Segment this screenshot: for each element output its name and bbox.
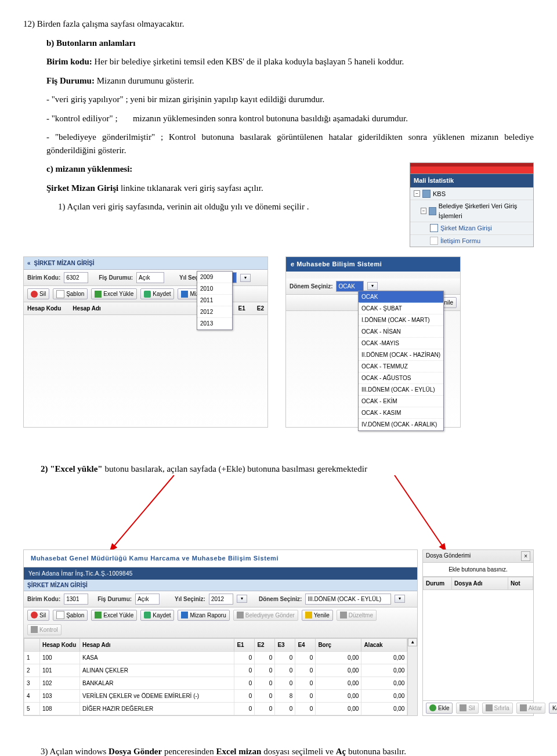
period-opt[interactable]: II.DÖNEM (OCAK - HAZİRAN) — [359, 349, 443, 361]
tree-toggle-icon[interactable]: − — [421, 208, 426, 214]
btn-kapat[interactable]: Kapat — [549, 703, 557, 714]
btn-sablon[interactable]: Şablon — [53, 288, 88, 299]
col-hesapadi: Hesap Adı — [73, 304, 101, 313]
btn-excel-label: Excel Yükle — [103, 290, 133, 298]
period-opt[interactable]: OCAK - TEMMUZ — [359, 361, 443, 372]
para-veri-giris: - "veri giriş yapılıyor" ; yeni bir miza… — [46, 93, 534, 106]
btn-yenile[interactable]: Yenile — [302, 610, 333, 621]
table-row[interactable]: 4103VERİLEN ÇEKLER ve ÖDEME EMİRLERİ (-)… — [24, 689, 407, 702]
table-row[interactable]: 5108DİĞER HAZIR DEĞERLER00000,000,00 — [24, 702, 407, 715]
table-cell: 0,00 — [361, 677, 407, 689]
nav-root-label: KBS — [433, 189, 446, 199]
save-icon — [144, 291, 151, 298]
period-opt[interactable]: OCAK — [359, 291, 443, 303]
table-cell: 0 — [255, 689, 275, 702]
year-opt[interactable]: 2013 — [197, 318, 232, 330]
panel1-scroll-icon[interactable]: « — [27, 259, 31, 267]
col-borc: Borç — [316, 638, 361, 651]
btn-duzeltme: Düzeltme — [337, 610, 377, 621]
col-e1: E1 — [234, 638, 255, 651]
table-row[interactable]: 1100KASA00000,000,00 — [24, 651, 407, 664]
nav-root[interactable]: − KBS — [410, 187, 533, 200]
wide-main: Muhasebat Genel Müdürlüğü Kamu Harcama v… — [23, 549, 418, 716]
btn-kaydet[interactable]: Kaydet — [140, 288, 174, 299]
btn-kapat-label: Kapat — [552, 704, 557, 712]
btn-excel[interactable]: Excel Yükle — [91, 288, 137, 299]
tree-toggle-icon[interactable]: − — [414, 190, 420, 197]
val-donem[interactable]: OCAK — [336, 281, 364, 292]
period-opt[interactable]: OCAK -MAYIS — [359, 338, 443, 349]
table-cell: 100 — [40, 651, 80, 664]
w-val-donem[interactable]: III.DÖNEM (OCAK - EYLÜL) — [305, 594, 391, 605]
table-cell: 102 — [40, 677, 80, 689]
period-opt[interactable]: III.DÖNEM (OCAK - EYLÜL) — [359, 384, 443, 396]
table-cell: 103 — [40, 689, 80, 702]
table-row[interactable]: 3102BANKALAR00000,000,00 — [24, 677, 407, 689]
year-dropdown[interactable]: 2009 2010 2011 2012 2013 — [197, 271, 233, 330]
scrollbar[interactable]: ▲ — [407, 638, 417, 715]
period-opt[interactable]: OCAK - ŞUBAT — [359, 303, 443, 314]
period-opt[interactable]: OCAK - EKİM — [359, 396, 443, 407]
link-sirket-mizan: Şirket Mizan Girişi — [46, 183, 118, 193]
report-icon — [181, 291, 188, 298]
year-opt[interactable]: 2011 — [197, 295, 232, 306]
period-opt[interactable]: OCAK - KASIM — [359, 407, 443, 419]
btn-sablon[interactable]: Şablon — [53, 610, 88, 621]
wide-fieldrow: Birim Kodu: 1301 Fiş Durumu: Açık Yıl Se… — [24, 591, 417, 607]
period-opt[interactable]: I.DÖNEM (OCAK - MART) — [359, 314, 443, 326]
btn-sil[interactable]: Sil — [27, 288, 49, 299]
btn-kaydet[interactable]: Kaydet — [140, 610, 174, 621]
table-cell: 108 — [40, 702, 80, 715]
btn-duzeltme-label: Düzeltme — [349, 611, 373, 620]
para-12: 12) Birden fazla çalışma sayfası olmayac… — [23, 17, 534, 31]
table-cell: 8 — [275, 689, 295, 702]
btn-ekle[interactable]: Ekle — [426, 703, 453, 714]
table-cell: 0 — [295, 651, 316, 664]
breadcrumb: Yeni Adana İmar İnş.Tic.A.Ş.-1009845 — [24, 567, 417, 580]
nav-group[interactable]: − Belediye Şirketleri Veri Giriş İşlemle… — [410, 200, 533, 222]
period-opt[interactable]: IV.DÖNEM (OCAK - ARALIK) — [359, 419, 443, 431]
table-cell: 0,00 — [361, 702, 407, 715]
table-cell: 0,00 — [316, 664, 361, 677]
period-opt[interactable]: OCAK - NİSAN — [359, 326, 443, 338]
btn-sil[interactable]: Sil — [27, 610, 49, 621]
period-dropdown-arrow-icon[interactable]: ▾ — [367, 282, 378, 290]
nav-title: Mali İstatistik — [410, 174, 533, 187]
w-val-yil[interactable]: 2012 — [209, 594, 233, 605]
period-arrow-icon[interactable]: ▾ — [395, 595, 405, 603]
col-alacak: Alacak — [361, 638, 407, 651]
table-cell: 0 — [234, 702, 255, 715]
year-opt[interactable]: 2009 — [197, 272, 232, 283]
uploader-body — [423, 590, 533, 700]
year-dropdown-arrow-icon[interactable]: ▾ — [240, 274, 251, 282]
period-dropdown[interactable]: OCAK OCAK - ŞUBAT I.DÖNEM (OCAK - MART) … — [358, 291, 444, 431]
year-opt[interactable]: 2012 — [197, 306, 232, 318]
table-row[interactable]: 2101ALINAN ÇEKLER00000,000,00 — [24, 664, 407, 677]
upcol-durum: Durum — [424, 577, 452, 590]
year-opt[interactable]: 2010 — [197, 283, 232, 295]
lbl-fis: Fiş Durumu: — [99, 273, 133, 282]
btn-kaydet-label: Kaydet — [153, 290, 171, 298]
btn-excel[interactable]: Excel Yükle — [91, 610, 137, 621]
year-arrow-icon[interactable]: ▾ — [237, 595, 247, 603]
nav-item-iletisim[interactable]: İletişim Formu — [410, 234, 533, 247]
table-cell: 0,00 — [316, 677, 361, 689]
uploader-window: Dosya Gönderimi × Ekle butonuna basınız.… — [422, 549, 534, 716]
page-icon — [430, 224, 438, 232]
uploader-close[interactable]: × — [521, 551, 530, 561]
wide-toolbar: Sil Şablon Excel Yükle Kaydet Mizan Rapo… — [24, 607, 417, 638]
btn-rapor[interactable]: Mizan Raporu — [178, 610, 229, 621]
para-belediye: - "belediyeye gönderilmiştir" ; Kontrol … — [46, 131, 534, 157]
save-icon — [144, 612, 151, 618]
scroll-up-icon[interactable]: ▲ — [408, 638, 417, 646]
uploader-title: Dosya Gönderimi — [426, 551, 471, 561]
table-cell: 0 — [255, 702, 275, 715]
para-step2: 2) "Excel yükle" butonu basılarak, açıla… — [23, 462, 534, 476]
col-e1: E1 — [238, 304, 245, 313]
grid-header-row: Hesap Kodu Hesap Adı E1 E2 E3 E4 Borç Al… — [24, 638, 407, 651]
col-hesapkodu: Hesap Kodu — [27, 304, 61, 313]
btn-aktar: Aktar — [516, 703, 545, 714]
table-cell: BANKALAR — [80, 677, 234, 689]
nav-item-mizan[interactable]: Şirket Mizan Girişi — [410, 222, 533, 234]
period-opt[interactable]: OCAK - AĞUSTOS — [359, 372, 443, 384]
